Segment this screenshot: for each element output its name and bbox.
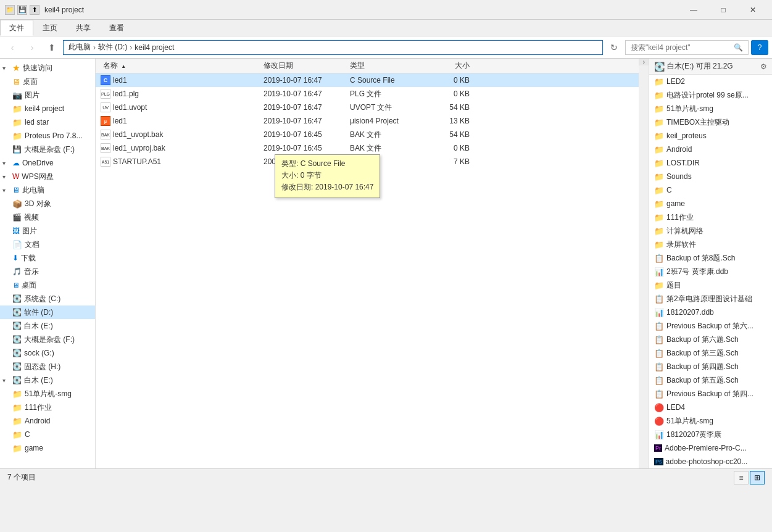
forward-button[interactable]: › xyxy=(23,39,41,56)
game-icon: 📁 xyxy=(12,444,22,453)
sidebar-item-downloads[interactable]: ⬇ 下载 xyxy=(0,251,95,265)
list-item[interactable]: 🔴 51单片机-smg xyxy=(649,414,772,428)
table-row[interactable]: BAK led1_uvopt.bak 2019-10-07 16:45 BAK … xyxy=(96,128,639,141)
sidebar-item-game[interactable]: 📁 game xyxy=(0,441,95,455)
sidebar-item-g-drive[interactable]: 💽 sock (G:) xyxy=(0,346,95,360)
sidebar-item-pictures2[interactable]: 🖼 图片 xyxy=(0,224,95,238)
onedrive-header[interactable]: ▾ ☁ OneDrive xyxy=(0,156,95,170)
sidebar-item-docs[interactable]: 📄 文档 xyxy=(0,238,95,251)
path-segment-0[interactable]: 此电脑 xyxy=(68,42,91,52)
col-name-header[interactable]: 名称 ▲ xyxy=(98,60,259,71)
list-item[interactable]: 📁 51单片机-smg xyxy=(649,102,772,115)
sidebar-item-music[interactable]: 🎵 音乐 xyxy=(0,265,95,278)
maximize-button[interactable]: □ xyxy=(709,0,737,20)
sidebar-item-android[interactable]: 📁 Android xyxy=(0,414,95,428)
detail-view-button[interactable]: ≡ xyxy=(734,471,749,484)
panel-toggle[interactable]: › xyxy=(639,59,649,65)
sidebar-label-pictures: 图片 xyxy=(25,90,39,101)
sidebar-item-keil[interactable]: 📁 keil4 project xyxy=(0,102,95,115)
quick-access-header[interactable]: ▾ ★ 快速访问 xyxy=(0,61,95,75)
sidebar-item-f-drive[interactable]: 💽 大概是杂盘 (F:) xyxy=(0,333,95,346)
sidebar-item-desktop[interactable]: 🖥 桌面 xyxy=(0,75,95,88)
list-item[interactable]: 📊 18120207.ddb xyxy=(649,305,772,319)
baimu-header[interactable]: ▾ 💽 白木 (E:) xyxy=(0,373,95,387)
list-item[interactable]: 📁 game xyxy=(649,197,772,210)
list-item[interactable]: 📁 C xyxy=(649,183,772,197)
sidebar-item-misc[interactable]: 💾 大概是杂盘 (F:) xyxy=(0,143,95,156)
tab-file[interactable]: 文件 xyxy=(0,20,33,36)
sidebar-item-c-folder[interactable]: 📁 C xyxy=(0,428,95,441)
sidebar-item-111[interactable]: 📁 111作业 xyxy=(0,401,95,414)
list-item[interactable]: 📁 录屏软件 xyxy=(649,238,772,251)
col-type-header[interactable]: 类型 xyxy=(345,60,425,71)
title-icon-2[interactable]: 💾 xyxy=(17,5,27,15)
minimize-button[interactable]: — xyxy=(679,0,708,20)
path-segment-2[interactable]: keil4 project xyxy=(135,43,174,52)
sidebar-item-3d[interactable]: 📦 3D 对象 xyxy=(0,197,95,210)
ddb-icon-18120207: 📊 xyxy=(654,308,664,317)
list-item[interactable]: 📁 keil_proteus xyxy=(649,129,772,143)
status-bar: 7 个项目 ≡ ⊞ xyxy=(0,468,772,486)
list-item[interactable]: 📁 LOST.DIR xyxy=(649,156,772,170)
list-item[interactable]: 📋 第2章电路原理图设计基础 xyxy=(649,292,772,305)
tab-view[interactable]: 查看 xyxy=(100,20,133,36)
sidebar-item-51[interactable]: 📁 51单片机-smg xyxy=(0,387,95,401)
search-input[interactable] xyxy=(631,43,731,52)
list-item[interactable]: 🔴 LED4 xyxy=(649,401,772,414)
sidebar-item-desktop2[interactable]: 🖥 桌面 xyxy=(0,278,95,292)
up-button[interactable]: ⬆ xyxy=(43,39,60,56)
table-row[interactable]: μ led1 2019-10-07 16:47 μision4 Project … xyxy=(96,114,639,128)
sidebar-item-ledstar[interactable]: 📁 led star xyxy=(0,115,95,129)
title-icon-1[interactable]: 📁 xyxy=(5,5,15,15)
sidebar-item-pictures[interactable]: 📷 图片 xyxy=(0,88,95,102)
list-view-button[interactable]: ⊞ xyxy=(750,471,765,484)
list-item[interactable]: 📊 2班7号 黄李康.ddb xyxy=(649,265,772,278)
back-button[interactable]: ‹ xyxy=(4,39,21,56)
list-item[interactable]: 📋 Backup of 第五题.Sch xyxy=(649,373,772,387)
tab-home[interactable]: 主页 xyxy=(33,20,67,36)
h-drive-icon: 💽 xyxy=(12,362,22,371)
list-item[interactable]: 📋 Backup of 第四题.Sch xyxy=(649,360,772,373)
tab-share[interactable]: 共享 xyxy=(67,20,100,36)
list-item[interactable]: 📁 TIMEBOX主控驱动 xyxy=(649,115,772,129)
list-item[interactable]: 📁 计算机网络 xyxy=(649,224,772,238)
col-size-header[interactable]: 大小 xyxy=(425,60,475,71)
sidebar-item-h-drive[interactable]: 💽 固态盘 (H:) xyxy=(0,360,95,373)
table-row[interactable]: PLG led1.plg 2019-10-07 16:47 PLG 文件 0 K… xyxy=(96,87,639,101)
list-item[interactable]: Ps adobe-photoshop-cc20... xyxy=(649,455,772,468)
sidebar-item-d-drive[interactable]: 💽 软件 (D:) xyxy=(0,305,95,319)
list-item[interactable]: 📁 题目 xyxy=(649,278,772,292)
table-row[interactable]: UV led1.uvopt 2019-10-07 16:47 UVOPT 文件 … xyxy=(96,101,639,114)
address-path[interactable]: 此电脑 › 软件 (D:) › keil4 project xyxy=(63,40,603,55)
list-item[interactable]: 📋 Backup of 第8题.Sch xyxy=(649,251,772,265)
table-row[interactable]: BAK led1_uvproj.bak 2019-10-07 16:45 BAK… xyxy=(96,141,639,155)
sidebar-item-proteus[interactable]: 📁 Proteus Pro 7.8... xyxy=(0,129,95,143)
search-box[interactable]: 🔍 xyxy=(625,40,749,55)
help-button[interactable]: ? xyxy=(751,40,768,55)
sidebar-item-video[interactable]: 🎬 视频 xyxy=(0,210,95,224)
close-button[interactable]: ✕ xyxy=(739,0,767,20)
list-item[interactable]: 📋 Backup of 第六题.Sch xyxy=(649,333,772,346)
list-item[interactable]: 📋 Previous Backup of 第四... xyxy=(649,387,772,401)
list-item[interactable]: 📋 Previous Backup of 第六... xyxy=(649,319,772,333)
path-segment-1[interactable]: 软件 (D:) xyxy=(98,42,127,52)
thispc-header[interactable]: ▾ 🖥 此电脑 xyxy=(0,183,95,197)
col-date-header[interactable]: 修改日期 xyxy=(259,60,345,71)
file-tooltip: 类型: C Source File 大小: 0 字节 修改日期: 2019-10… xyxy=(275,154,380,198)
list-item[interactable]: Pr Adobe-Premiere-Pro-C... xyxy=(649,441,772,455)
sidebar-item-e-drive[interactable]: 💽 白木 (E:) xyxy=(0,319,95,333)
gear-icon[interactable]: ⚙ xyxy=(760,62,767,71)
list-item[interactable]: 📁 LED2 xyxy=(649,75,772,88)
refresh-button[interactable]: ↻ xyxy=(605,39,623,56)
list-item[interactable]: 📋 Backup of 第三题.Sch xyxy=(649,346,772,360)
title-icon-3[interactable]: ⬆ xyxy=(30,5,39,15)
wps-header[interactable]: ▾ W WPS网盘 xyxy=(0,170,95,183)
table-row[interactable]: C led1 2019-10-07 16:47 C Source File 0 … xyxy=(96,73,639,87)
list-item[interactable]: 📁 Android xyxy=(649,143,772,156)
list-item[interactable]: 📊 18120207黄李康 xyxy=(649,428,772,441)
file-size-5: 0 KB xyxy=(425,144,475,152)
list-item[interactable]: 📁 Sounds xyxy=(649,170,772,183)
sidebar-item-c-drive[interactable]: 💽 系统盘 (C:) xyxy=(0,292,95,305)
list-item[interactable]: 📁 111作业 xyxy=(649,210,772,224)
list-item[interactable]: 📁 电路设计protel 99 se原... xyxy=(649,88,772,102)
